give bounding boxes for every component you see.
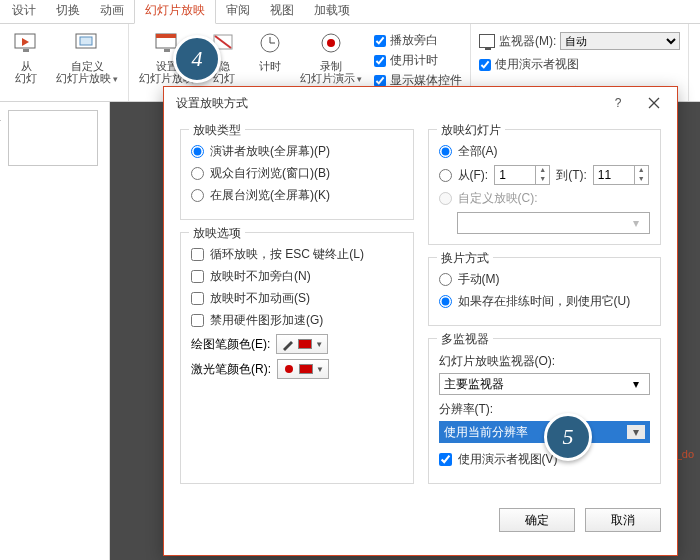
pen-color-swatch — [298, 339, 312, 349]
slideshow-monitor-label: 幻灯片放映监视器(O): — [439, 353, 651, 370]
radio-presenter[interactable]: 演讲者放映(全屏幕)(P) — [191, 143, 403, 160]
custom-show-select: ▾ — [457, 212, 651, 234]
fieldset-advance: 换片方式 手动(M) 如果存在排练时间，则使用它(U) — [428, 257, 662, 326]
fieldset-show-slides: 放映幻灯片 全部(A) 从(F): ▲▼ 到(T): ▲▼ 自定义放映(C): … — [428, 129, 662, 245]
cancel-button[interactable]: 取消 — [585, 508, 661, 532]
monitor-select[interactable]: 自动 — [560, 32, 680, 50]
svg-rect-4 — [80, 37, 92, 45]
slideshow-monitor-select[interactable]: 主要监视器▾ — [439, 373, 651, 395]
from-current-label: 从幻灯 — [15, 60, 37, 84]
record-icon — [315, 30, 347, 58]
svg-point-14 — [327, 39, 335, 47]
radio-kiosk[interactable]: 在展台浏览(全屏幕)(K) — [191, 187, 403, 204]
legend-show-slides: 放映幻灯片 — [437, 122, 505, 139]
legend-show-type: 放映类型 — [189, 122, 245, 139]
setup-check-col: 播放旁白 使用计时 显示媒体控件 — [374, 28, 462, 89]
ok-button[interactable]: 确定 — [499, 508, 575, 532]
resolution-label: 分辨率(T): — [439, 401, 651, 418]
radio-manual[interactable]: 手动(M) — [439, 271, 651, 288]
tab-review[interactable]: 审阅 — [216, 0, 260, 23]
dialog-footer: 确定 取消 — [164, 500, 677, 546]
pen-color-label: 绘图笔颜色(E): — [191, 336, 270, 353]
tab-view[interactable]: 视图 — [260, 0, 304, 23]
tab-design[interactable]: 设计 — [2, 0, 46, 23]
legend-advance: 换片方式 — [437, 250, 493, 267]
from-label: 从(F): — [458, 167, 489, 184]
rehearse-button[interactable]: 计时 — [252, 28, 288, 89]
laser-icon — [282, 362, 296, 376]
fieldset-show-type: 放映类型 演讲者放映(全屏幕)(P) 观众自行浏览(窗口)(B) 在展台浏览(全… — [180, 129, 414, 220]
ribbon-group-start: 从幻灯 自定义幻灯片放映▾ — [0, 24, 129, 101]
dialog-title: 设置放映方式 — [176, 95, 248, 112]
custom-show-icon — [71, 30, 103, 58]
monitor-select-row: 监视器(M): 自动 — [479, 32, 680, 50]
svg-rect-6 — [156, 34, 176, 38]
record-button[interactable]: 录制幻灯片演示▾ — [298, 28, 364, 89]
dialog-titlebar: 设置放映方式 ? — [164, 87, 677, 119]
svg-rect-2 — [23, 49, 29, 52]
tab-addins[interactable]: 加载项 — [304, 0, 360, 23]
laser-color-label: 激光笔颜色(R): — [191, 361, 271, 378]
radio-from-slides[interactable] — [439, 169, 452, 182]
ck-timer[interactable]: 使用计时 — [374, 52, 462, 69]
check-loop[interactable]: 循环放映，按 ESC 键终止(L) — [191, 246, 403, 263]
radio-browsed[interactable]: 观众自行浏览(窗口)(B) — [191, 165, 403, 182]
setup-show-dialog: 设置放映方式 ? 放映类型 演讲者放映(全屏幕)(P) 观众自行浏览(窗口)(B… — [163, 86, 678, 556]
ck-presenter-view[interactable]: 使用演示者视图 — [479, 56, 680, 73]
ck-narration[interactable]: 播放旁白 — [374, 32, 462, 49]
dialog-left-col: 放映类型 演讲者放映(全屏幕)(P) 观众自行浏览(窗口)(B) 在展台浏览(全… — [180, 123, 414, 490]
from-current-button[interactable]: 从幻灯 — [8, 28, 44, 87]
rehearse-icon — [254, 30, 286, 58]
radio-all-slides[interactable]: 全部(A) — [439, 143, 651, 160]
to-label: 到(T): — [556, 167, 587, 184]
pen-color-button[interactable]: ▼ — [276, 334, 328, 354]
radio-custom-show: 自定义放映(C): — [439, 190, 651, 207]
play-from-icon — [10, 30, 42, 58]
tab-transitions[interactable]: 切换 — [46, 0, 90, 23]
to-spin[interactable]: ▲▼ — [593, 165, 649, 185]
custom-show-label: 自定义幻灯片放映▾ — [56, 60, 118, 85]
dialog-help-button[interactable]: ? — [603, 93, 633, 113]
laser-color-swatch — [299, 364, 313, 374]
svg-point-17 — [285, 365, 293, 373]
check-no-narration[interactable]: 放映时不加旁白(N) — [191, 268, 403, 285]
record-label: 录制幻灯片演示▾ — [300, 60, 362, 85]
monitor-icon — [479, 34, 495, 48]
monitor-label: 监视器(M): — [499, 33, 556, 50]
check-presenter-view[interactable]: 使用演示者视图(V) — [439, 451, 651, 468]
close-icon — [648, 97, 660, 109]
laser-color-button[interactable]: ▼ — [277, 359, 329, 379]
dialog-close-button[interactable] — [639, 93, 669, 113]
callout-5: 5 — [544, 413, 592, 461]
ribbon-tabs: 设计 切换 动画 幻灯片放映 审阅 视图 加载项 — [0, 0, 700, 24]
tab-slideshow[interactable]: 幻灯片放映 — [134, 0, 216, 24]
from-spin[interactable]: ▲▼ — [494, 165, 550, 185]
check-no-hwaccel[interactable]: 禁用硬件图形加速(G) — [191, 312, 403, 329]
callout-4: 4 — [173, 35, 221, 83]
thumbnail-1[interactable] — [8, 110, 98, 166]
custom-show-button[interactable]: 自定义幻灯片放映▾ — [54, 28, 120, 87]
rehearse-label: 计时 — [259, 60, 281, 72]
fieldset-multi-monitor: 多监视器 幻灯片放映监视器(O): 主要监视器▾ 分辨率(T): 使用当前分辨率… — [428, 338, 662, 484]
fieldset-show-options: 放映选项 循环放映，按 ESC 键终止(L) 放映时不加旁白(N) 放映时不加动… — [180, 232, 414, 484]
pen-icon — [281, 337, 295, 351]
legend-multi-monitor: 多监视器 — [437, 331, 493, 348]
tab-animations[interactable]: 动画 — [90, 0, 134, 23]
radio-use-timings[interactable]: 如果存在排练时间，则使用它(U) — [439, 293, 651, 310]
legend-show-options: 放映选项 — [189, 225, 245, 242]
check-no-animation[interactable]: 放映时不加动画(S) — [191, 290, 403, 307]
svg-rect-7 — [164, 49, 170, 52]
thumbnail-panel — [0, 102, 110, 560]
